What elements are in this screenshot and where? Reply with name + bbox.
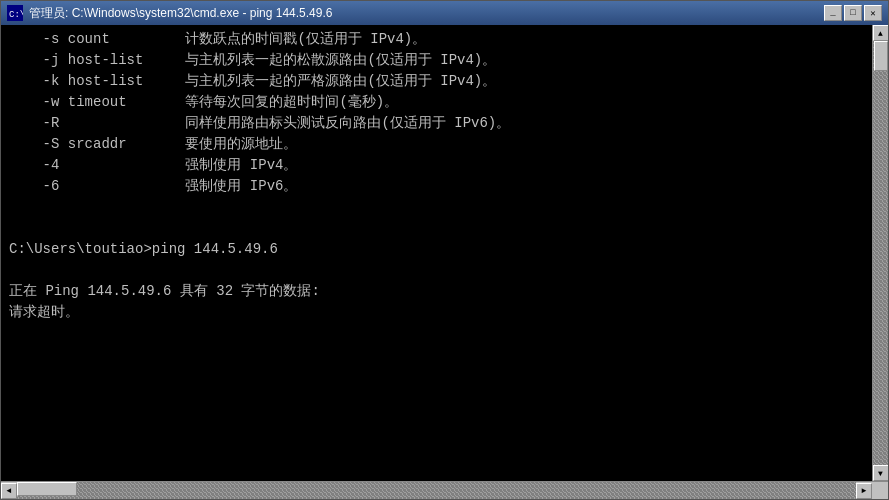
terminal-line-4: -w timeout 等待每次回复的超时时间(毫秒)。 (9, 92, 864, 113)
scroll-up-button[interactable]: ▲ (873, 25, 889, 41)
terminal-line-8: -6 强制使用 IPv6。 (9, 176, 864, 197)
terminal-line-3: -k host-list 与主机列表一起的严格源路由(仅适用于 IPv4)。 (9, 71, 864, 92)
h-scroll-area (17, 482, 856, 499)
scroll-right-button[interactable]: ► (856, 483, 872, 499)
cmd-window: C:\ 管理员: C:\Windows\system32\cmd.exe - p… (0, 0, 889, 500)
scroll-track[interactable] (873, 41, 888, 465)
terminal-line-1: -s count 计数跃点的时间戳(仅适用于 IPv4)。 (9, 29, 864, 50)
h-scroll-thumb[interactable] (17, 482, 77, 496)
prompt-line: C:\Users\toutiao>ping 144.5.49.6 (9, 239, 864, 260)
empty-line-1 (9, 197, 864, 218)
title-bar: C:\ 管理员: C:\Windows\system32\cmd.exe - p… (1, 1, 888, 25)
scroll-down-button[interactable]: ▼ (873, 465, 889, 481)
vertical-scrollbar: ▲ ▼ (872, 25, 888, 481)
terminal-output[interactable]: -s count 计数跃点的时间戳(仅适用于 IPv4)。 -j host-li… (1, 25, 872, 481)
empty-line-3 (9, 260, 864, 281)
terminal-line-6: -S srcaddr 要使用的源地址。 (9, 134, 864, 155)
close-button[interactable]: ✕ (864, 5, 882, 21)
resize-grip[interactable] (872, 483, 888, 499)
h-scroll-track[interactable] (17, 482, 856, 499)
window-title: 管理员: C:\Windows\system32\cmd.exe - ping … (29, 5, 824, 22)
maximize-button[interactable]: □ (844, 5, 862, 21)
ping-start-line: 正在 Ping 144.5.49.6 具有 32 字节的数据: (9, 281, 864, 302)
minimize-button[interactable]: _ (824, 5, 842, 21)
bottom-bar: ◄ ► (1, 481, 888, 499)
window-controls: _ □ ✕ (824, 5, 882, 21)
terminal-line-2: -j host-list 与主机列表一起的松散源路由(仅适用于 IPv4)。 (9, 50, 864, 71)
scroll-thumb[interactable] (874, 41, 888, 71)
content-area: -s count 计数跃点的时间戳(仅适用于 IPv4)。 -j host-li… (1, 25, 888, 481)
ping-result-line: 请求超时。 (9, 302, 864, 323)
terminal-line-5: -R 同样使用路由标头测试反向路由(仅适用于 IPv6)。 (9, 113, 864, 134)
scroll-left-button[interactable]: ◄ (1, 483, 17, 499)
svg-text:C:\: C:\ (9, 10, 23, 20)
empty-line-2 (9, 218, 864, 239)
terminal-line-7: -4 强制使用 IPv4。 (9, 155, 864, 176)
cmd-icon: C:\ (7, 5, 23, 21)
